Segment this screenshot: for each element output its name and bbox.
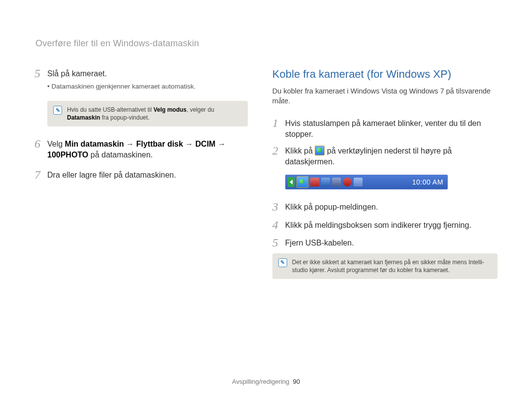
step-number: 3	[272, 200, 285, 213]
right-step-4: 4 Klikk på meldingsboksen som indikerer …	[272, 218, 498, 231]
page-footer: Avspilling/redigering 90	[0, 377, 532, 386]
step-text: Klikk på popup-meldingen.	[285, 202, 498, 213]
safely-remove-hardware-icon	[297, 176, 308, 188]
step-number: 7	[34, 168, 47, 181]
left-step-6: 6 Velg Min datamaskin → Flyttbar disk → …	[34, 137, 248, 160]
note-icon: ✎	[53, 106, 62, 115]
windows-system-tray: 10:00 AM	[285, 175, 448, 189]
tray-icon	[343, 178, 352, 186]
right-step-3: 3 Klikk på popup-meldingen.	[272, 200, 498, 213]
tray-icon	[354, 178, 363, 186]
step-number: 4	[272, 218, 285, 231]
right-step-1: 1 Hvis statuslampen på kameraet blinker,…	[272, 117, 498, 139]
tray-icon	[321, 178, 330, 186]
note-box-left: ✎ Hvis du satte USB-alternativet til Vel…	[47, 101, 248, 126]
section-heading: Koble fra kameraet (for Windows XP)	[272, 67, 498, 82]
tray-clock: 10:00 AM	[412, 178, 443, 187]
tray-icon	[332, 178, 341, 186]
step-number: 6	[34, 137, 47, 160]
tray-expand-icon	[288, 177, 295, 187]
step-text: Klikk på meldingsboksen som indikerer tr…	[285, 220, 498, 231]
left-step-7: 7 Dra eller lagre filer på datamaskinen.	[34, 168, 248, 181]
right-step-5: 5 Fjern USB-kabelen.	[272, 236, 498, 249]
tray-icon	[310, 178, 319, 186]
step-bullet: Datamaskinen gjenkjenner kameraet automa…	[47, 82, 248, 91]
note-icon: ✎	[278, 258, 287, 267]
footer-section: Avspilling/redigering	[232, 378, 289, 385]
page-number: 90	[293, 378, 299, 385]
section-subtext: Du kobler fra kameraet i Windows Vista o…	[272, 87, 498, 106]
page-title: Overføre filer til en Windows-datamaskin	[35, 37, 498, 49]
step-number: 2	[272, 144, 285, 167]
safely-remove-hardware-icon	[315, 146, 325, 155]
note-text: Det er ikke sikkert at kameraet kan fjer…	[292, 258, 491, 274]
right-column: Koble fra kameraet (for Windows XP) Du k…	[272, 67, 498, 290]
step-text: Klikk på på verktøylinjen nederst til hø…	[285, 146, 498, 167]
right-step-2: 2 Klikk på på verktøylinjen nederst til …	[272, 144, 498, 167]
step-title: Slå på kameraet.	[47, 68, 248, 79]
step-number: 5	[272, 236, 285, 249]
step-number: 1	[272, 117, 285, 139]
step-text: Hvis statuslampen på kameraet blinker, v…	[285, 118, 498, 139]
step-text: Fjern USB-kabelen.	[285, 238, 498, 248]
left-step-5: 5 Slå på kameraet. Datamaskinen gjenkjen…	[34, 67, 248, 97]
left-column: 5 Slå på kameraet. Datamaskinen gjenkjen…	[34, 67, 248, 290]
note-box-right: ✎ Det er ikke sikkert at kameraet kan fj…	[272, 253, 498, 279]
step-text: Dra eller lagre filer på datamaskinen.	[47, 170, 248, 181]
note-text: Hvis du satte USB-alternativet til Velg …	[67, 106, 241, 122]
step-number: 5	[34, 67, 47, 97]
step-text: Velg Min datamaskin → Flyttbar disk → DC…	[47, 139, 248, 160]
